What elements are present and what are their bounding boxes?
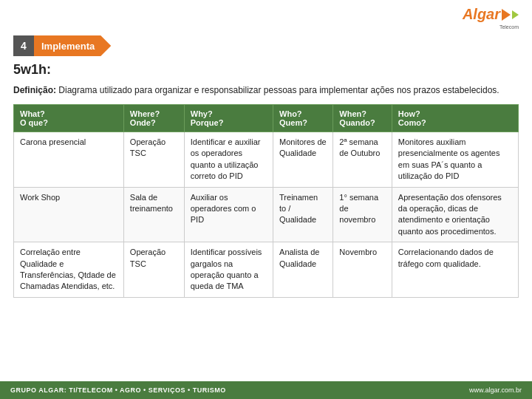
table-header-row: What?O que? Where?Onde? Why?Porque? Who?… <box>14 105 519 132</box>
cell-who: Analista de Qualidade <box>273 242 333 298</box>
footer-bar: GRUPO ALGAR: TI/TELECOM • AGRO • SERVIÇO… <box>0 381 532 399</box>
table-row: Work ShopSala de treinamentoAuxiliar os … <box>14 187 519 242</box>
logo-container: Algar Telecom <box>463 6 519 30</box>
cell-when: 2ª semana de Outubro <box>333 132 392 188</box>
logo-main: Algar <box>463 6 519 23</box>
col-header-when: When?Quando? <box>333 105 392 132</box>
definition-bold: Definição: <box>13 85 56 95</box>
step-badge: 4 Implementa <box>13 35 532 56</box>
cell-what: Correlação entre Qualidade e Transferênc… <box>14 242 124 298</box>
col-header-why: Why?Porque? <box>184 105 273 132</box>
cell-how: Correlacionando dados de tráfego com qua… <box>392 242 518 298</box>
logo-wordmark: Algar <box>463 6 500 23</box>
main-table: What?O que? Where?Onde? Why?Porque? Who?… <box>13 104 519 298</box>
logo-arrow-orange <box>502 9 511 21</box>
definition-text: Diagrama utilizado para organizar e resp… <box>56 85 499 95</box>
col-header-how: How?Como? <box>392 105 518 132</box>
cell-where: Operação TSC <box>123 242 184 298</box>
cell-why: Auxiliar os operadores com o PID <box>184 187 273 242</box>
footer-site: www.algar.com.br <box>469 386 522 394</box>
cell-what: Carona presencial <box>14 132 124 188</box>
col-header-where: Where?Onde? <box>123 105 184 132</box>
cell-where: Sala de treinamento <box>123 187 184 242</box>
cell-who: Monitores de Qualidade <box>273 132 333 188</box>
logo-area: Algar Telecom <box>463 6 519 30</box>
logo-tagline: Telecom <box>499 24 519 30</box>
cell-why: Identificar possíveis gargalos na operaç… <box>184 242 273 298</box>
cell-when: 1° semana de novembro <box>333 187 392 242</box>
cell-where: Operação TSC <box>123 132 184 188</box>
table-row: Correlação entre Qualidade e Transferênc… <box>14 242 519 298</box>
col-header-who: Who?Quem? <box>273 105 333 132</box>
definition: Definição: Diagrama utilizado para organ… <box>13 83 519 97</box>
cell-how: Monitores auxiliam presencialmente os ag… <box>392 132 518 188</box>
step-label: Implementa <box>34 35 111 56</box>
cell-why: Identificar e auxiliar os operadores qua… <box>184 132 273 188</box>
step-number: 4 <box>13 35 34 56</box>
page-title: 5w1h: <box>13 62 519 78</box>
footer-group: GRUPO ALGAR: TI/TELECOM • AGRO • SERVIÇO… <box>10 386 226 394</box>
cell-when: Novembro <box>333 242 392 298</box>
table-row: Carona presencialOperação TSCIdentificar… <box>14 132 519 188</box>
cell-what: Work Shop <box>14 187 124 242</box>
col-header-what: What?O que? <box>14 105 124 132</box>
cell-who: Treinamen to / Qualidade <box>273 187 333 242</box>
cell-how: Apresentação dos ofensores da operação, … <box>392 187 518 242</box>
logo-arrow-green <box>512 10 519 19</box>
